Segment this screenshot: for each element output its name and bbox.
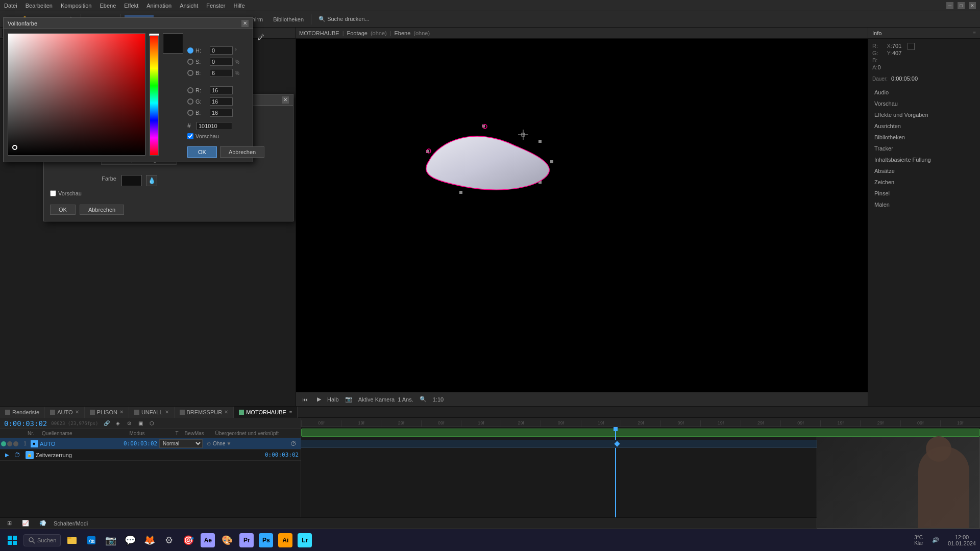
audio-item[interactable]: Audio: [872, 88, 976, 97]
g-radio[interactable]: [187, 98, 193, 105]
tl-tab-motorhaube[interactable]: MOTORHAUBE ≡: [234, 407, 298, 418]
dialog-close-btn[interactable]: ✕: [241, 20, 249, 27]
menu-effekt[interactable]: Effekt: [124, 3, 138, 9]
taskbar-search[interactable]: Suchen: [23, 534, 61, 546]
hue-slider-container[interactable]: [150, 33, 159, 156]
taskbar-photoshop[interactable]: Ps: [258, 532, 274, 548]
viewer-btn-2[interactable]: ▶: [314, 395, 324, 404]
comp-dialog-close[interactable]: ✕: [282, 96, 289, 104]
taskbar-camera[interactable]: 📷: [103, 532, 119, 548]
taskbar-app9[interactable]: 🎨: [219, 532, 235, 548]
taskbar-premiere[interactable]: Pr: [238, 532, 255, 548]
menu-bearbeiten[interactable]: Bearbeiten: [26, 3, 53, 9]
taskbar-whatsapp[interactable]: 💬: [122, 532, 138, 548]
maximize-button[interactable]: □: [958, 2, 965, 9]
tl-solo-btn[interactable]: ⊙: [125, 419, 134, 428]
dialog-ok-btn[interactable]: OK: [50, 205, 76, 215]
menu-ansicht[interactable]: Ansicht: [180, 3, 198, 9]
menu-animation[interactable]: Animation: [146, 3, 172, 9]
layer-1-eye[interactable]: [1, 441, 6, 446]
effekte-item[interactable]: Effekte und Vorgaben: [872, 110, 976, 119]
viewer-btn-1[interactable]: ⏮: [299, 395, 311, 404]
workspace-bibliotheken[interactable]: Bibliotheken: [270, 15, 307, 23]
taskbar-app6[interactable]: ⚙: [161, 532, 177, 548]
dialog-cancel-button[interactable]: Abbrechen: [220, 146, 264, 158]
eyedropper-icon[interactable]: 🖉: [257, 33, 264, 41]
r-input[interactable]: [210, 86, 233, 94]
auto-tab-close[interactable]: ✕: [75, 409, 79, 415]
start-button[interactable]: [4, 532, 20, 548]
b-input[interactable]: [210, 69, 233, 77]
menu-fenster[interactable]: Fenster: [206, 3, 225, 9]
taskbar-aftereffects[interactable]: Ae: [200, 532, 216, 548]
motorhaube-settings-icon[interactable]: ≡: [289, 410, 292, 415]
eyedropper-button[interactable]: 💧: [146, 175, 157, 186]
system-tray[interactable]: 🔊: [927, 532, 944, 548]
menu-ebene[interactable]: Ebene: [100, 3, 116, 9]
tl-tab-auto[interactable]: AUTO ✕: [45, 407, 84, 418]
viewer-zoom-btn[interactable]: 🔍: [416, 395, 430, 404]
color-picker[interactable]: [8, 33, 145, 156]
viewer-btn-cam[interactable]: 📷: [342, 395, 355, 404]
dialog-preview-checkbox[interactable]: [187, 133, 193, 139]
sub-expand-icon[interactable]: ▶: [5, 452, 9, 458]
pinsel-item[interactable]: Pinsel: [872, 189, 976, 198]
tl-tab-unfall[interactable]: UNFALL ✕: [129, 407, 175, 418]
tl-timecode[interactable]: 0:00:03:02: [2, 418, 49, 429]
dialog-ok-button[interactable]: OK: [187, 146, 217, 158]
close-button[interactable]: ✕: [969, 2, 976, 9]
zeichen-item[interactable]: Zeichen: [872, 178, 976, 187]
taskbar-explorer[interactable]: [64, 532, 80, 548]
volltonfarbe-dialog[interactable]: Volltonfarbe ✕: [3, 17, 253, 162]
bl-input[interactable]: [210, 109, 233, 117]
hex-input[interactable]: [197, 122, 232, 130]
dialog-cancel-btn[interactable]: Abbrechen: [80, 205, 124, 215]
tracker-item[interactable]: Tracker: [872, 144, 976, 153]
menu-komposition[interactable]: Komposition: [61, 3, 92, 9]
plison-tab-close[interactable]: ✕: [119, 409, 124, 415]
h-radio[interactable]: [187, 47, 193, 54]
layer-1-bar[interactable]: [301, 429, 980, 437]
bl-radio[interactable]: [187, 110, 193, 116]
b-radio[interactable]: [187, 70, 193, 76]
menu-hilfe[interactable]: Hilfe: [234, 3, 245, 9]
s-radio[interactable]: [187, 59, 193, 65]
bremsspur-tab-close[interactable]: ✕: [224, 409, 228, 415]
absatze-item[interactable]: Absätze: [872, 166, 976, 176]
tl-layer-switches-btn[interactable]: ⊞: [4, 519, 15, 528]
search-btn[interactable]: 🔍 Suche drücken...: [315, 15, 373, 23]
minimize-button[interactable]: ─: [946, 2, 953, 9]
r-radio[interactable]: [187, 87, 193, 93]
tl-render-btn[interactable]: ▣: [136, 419, 145, 428]
layer-1-mode[interactable]: Normal: [159, 439, 203, 448]
taskbar-lightroom[interactable]: Lr: [297, 532, 313, 548]
preview-row: Vorschau: [187, 133, 264, 139]
s-input[interactable]: [210, 58, 233, 66]
tl-parent-btn[interactable]: 🔗: [102, 419, 111, 428]
g-input[interactable]: [210, 97, 233, 106]
inhaltsb-item[interactable]: Inhaltsbasierte Füllung: [872, 155, 976, 164]
taskbar-illustrator[interactable]: Ai: [277, 532, 293, 548]
tl-tab-bremsspur[interactable]: BREMSSPUR ✕: [175, 407, 234, 418]
bibliotheken-item[interactable]: Bibliotheken: [872, 133, 976, 142]
tl-motion-blur-btn[interactable]: 💨: [36, 519, 50, 528]
taskbar-store[interactable]: 🛍: [83, 532, 100, 548]
taskbar-app7[interactable]: 🎯: [180, 532, 197, 548]
malen-item[interactable]: Malen: [872, 200, 976, 209]
taskbar-firefox[interactable]: 🦊: [141, 532, 158, 548]
tl-tab-plison[interactable]: PLISON ✕: [85, 407, 129, 418]
tl-motion-btn[interactable]: ◈: [113, 419, 122, 428]
tl-3d-btn[interactable]: ⬡: [147, 419, 156, 428]
color-swatch[interactable]: [121, 175, 142, 186]
h-input[interactable]: [210, 46, 233, 55]
layer-1-lock[interactable]: [13, 441, 18, 446]
tl-graph-btn[interactable]: 📈: [19, 519, 32, 528]
unfall-tab-close[interactable]: ✕: [165, 409, 169, 415]
vorschau-item[interactable]: Vorschau: [872, 99, 976, 108]
ausrichten-item[interactable]: Ausrichten: [872, 121, 976, 131]
tl-tab-renderiste[interactable]: Renderiste: [0, 407, 45, 418]
preview-checkbox[interactable]: [50, 190, 56, 196]
info-menu-icon[interactable]: ≡: [973, 30, 976, 36]
layer-1-solo[interactable]: [7, 441, 12, 446]
menu-datei[interactable]: Datei: [4, 3, 17, 9]
